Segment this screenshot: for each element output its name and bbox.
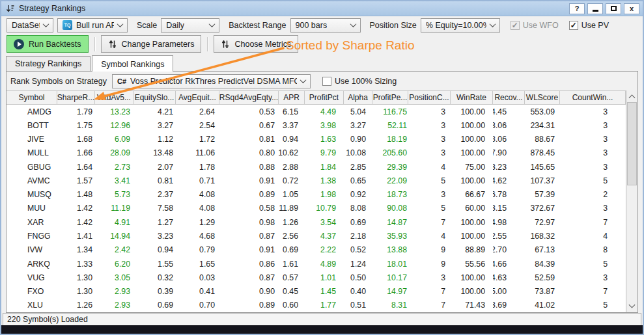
toolbar-separator (207, 37, 208, 51)
column-header-winrate[interactable]: WinRate (451, 91, 493, 104)
use-100-sizing-checkbox[interactable]: Use 100% Sizing (322, 77, 397, 86)
cell-positionc: 3 (408, 188, 451, 202)
column-header-profitpct[interactable]: ProfitPct (305, 91, 344, 104)
rankings-table: SymbolSharpeR...WtdAv5...EquitySlo...Avg… (7, 90, 626, 312)
cell-countwin: 4 (560, 229, 626, 243)
cell-sharper: 1.66 (57, 146, 95, 160)
table-row[interactable]: AMDG1.7913.234.212.640.536.154.495.04116… (7, 105, 626, 118)
cell-symbol: MULL (7, 146, 57, 160)
tab-bar: Strategy RankingsSymbol Rankings (1, 54, 643, 71)
cell-equityslo: 0.94 (133, 243, 176, 257)
sliders-icon (108, 40, 117, 49)
choose-metrics-button[interactable]: Choose Metrics (214, 35, 298, 53)
change-parameters-button[interactable]: Change Parameters (101, 35, 202, 53)
column-header-avgequit[interactable]: AvgEquit... (176, 91, 219, 104)
scrollbar-thumb[interactable] (627, 102, 637, 185)
close-button[interactable]: x (624, 3, 639, 14)
cell-alpha: 0.52 (344, 243, 372, 257)
cell-winrate: 66.67 (451, 188, 493, 202)
cell-alpha: 0.92 (344, 188, 372, 202)
cell-apr: 0.57 (279, 271, 305, 284)
cell-wtdav5: 3.41 (95, 174, 133, 187)
cell-wlscore: 234.31 (525, 118, 560, 132)
table-row[interactable]: FXO1.302.930.390.410.900.451.450.4014.97… (7, 284, 626, 298)
scroll-up-button[interactable] (626, 90, 637, 101)
cell-wtdav5: 11.19 (95, 202, 133, 215)
use-wfo-checkbox[interactable]: ✓ Use WFO (511, 21, 559, 30)
table-row[interactable]: XAR1.424.911.271.290.981.263.540.6914.87… (7, 215, 626, 229)
column-header-wlscore[interactable]: WLScore (525, 91, 560, 104)
vertical-scrollbar[interactable] (626, 90, 637, 312)
cell-profitpct: 1.45 (305, 284, 344, 298)
maximize-button[interactable] (606, 3, 621, 14)
table-row[interactable]: VUG1.303.050.320.030.870.571.010.5010.17… (7, 271, 626, 284)
rank-strategy-dropdown[interactable]: C# Voss Predictor RkThres PredictVel DSM… (112, 74, 311, 88)
help-button[interactable]: ? (569, 3, 585, 14)
cell-rsqd4avgeqty: 0.67 (219, 118, 279, 132)
cell-wlscore: 57.39 (525, 188, 560, 202)
position-size-dropdown[interactable]: % Equity=10.00% (421, 18, 500, 33)
column-header-alpha[interactable]: Alpha (344, 91, 372, 104)
cell-profitpe: 18.01 (372, 257, 408, 271)
table-row[interactable]: MUSQ1.485.732.374.080.891.051.980.9218.7… (7, 188, 626, 202)
column-header-profitpe[interactable]: ProfitPe... (372, 91, 408, 104)
table-row[interactable]: XLU1.262.930.690.700.890.601.770.518.317… (7, 299, 626, 312)
cell-profitpct: 1.38 (305, 174, 344, 187)
use-wfo-label: Use WFO (523, 21, 559, 30)
column-header-rsqd4avgeqty[interactable]: RSqd4AvgEqty... (219, 91, 279, 104)
minimize-button[interactable] (587, 3, 603, 14)
cell-positionc: 9 (408, 243, 451, 257)
column-header-equityslo[interactable]: EquitySlo... (133, 91, 176, 104)
cell-apr: 0.60 (279, 299, 305, 312)
cell-wlscore: 52.59 (525, 271, 560, 284)
use-pv-checkbox[interactable]: ✓ Use PV (569, 21, 609, 30)
table-row[interactable]: GBUG1.642.732.071.780.882.881.842.8529.3… (7, 160, 626, 174)
window-title: Strategy Rankings (19, 4, 567, 13)
cell-wtdav5: 4.91 (95, 215, 133, 229)
cell-alpha: 10.08 (344, 146, 372, 160)
cell-sharper: 1.42 (57, 215, 95, 229)
cell-avgequit: 0.79 (176, 243, 219, 257)
table-row[interactable]: ARKQ1.336.201.551.650.861.614.891.2418.0… (7, 257, 626, 271)
cell-winrate: 100.00 (451, 271, 493, 284)
column-header-apr[interactable]: APR (279, 91, 305, 104)
cell-equityslo: 13.48 (133, 146, 176, 160)
table-row[interactable]: MUU1.4211.197.584.080.5811.8910.798.0890… (7, 202, 626, 215)
cell-rsqd4avgeqty: 0.87 (219, 229, 279, 243)
scrollbar-track[interactable] (626, 101, 637, 301)
table-row[interactable]: MULL1.6628.0913.4811.060.8010.629.7910.0… (7, 146, 626, 160)
cell-symbol: AVMC (7, 174, 57, 187)
tab-symbol-rankings[interactable]: Symbol Rankings (92, 55, 173, 72)
strategy-set-dropdown[interactable]: TQ Bull run APR, (57, 18, 128, 33)
cell-rsqd4avgeqty: 0.91 (219, 174, 279, 187)
cell-alpha: 3.27 (344, 118, 372, 132)
tab-strategy-rankings[interactable]: Strategy Rankings (6, 56, 91, 71)
column-header-recov[interactable]: Recov... (493, 91, 525, 104)
cell-rsqd4avgeqty: 0.53 (219, 105, 279, 118)
scroll-down-button[interactable] (626, 301, 637, 312)
backtest-range-dropdown[interactable]: 900 bars (290, 18, 361, 33)
table-row[interactable]: BOTT1.7512.963.272.540.673.373.983.2752.… (7, 118, 626, 132)
strategy-set-value: Bull run APR, (76, 21, 114, 30)
column-header-countwin[interactable]: CountWin... (560, 91, 626, 104)
cell-countwin: 5 (560, 257, 626, 271)
scale-dropdown[interactable]: Daily (161, 18, 219, 33)
cell-symbol: VUG (7, 271, 57, 284)
table-row[interactable]: IVW1.342.420.940.790.910.692.220.5213.88… (7, 243, 626, 257)
column-header-symbol[interactable]: Symbol (7, 91, 57, 104)
title-bar[interactable]: Strategy Rankings ? x (1, 1, 643, 16)
cell-profitpct: 4.37 (305, 229, 344, 243)
run-backtests-button[interactable]: Run Backtests (7, 35, 89, 53)
dataset-dropdown-label: DataSet (12, 21, 40, 30)
table-row[interactable]: JIVE1.686.091.121.720.810.941.630.9018.1… (7, 133, 626, 146)
column-header-wtdav5[interactable]: WtdAv5... (95, 91, 133, 104)
table-row[interactable]: FNGG1.4114.943.234.680.872.564.372.1835.… (7, 229, 626, 243)
cell-apr: 0.94 (279, 133, 305, 146)
cell-positionc: 5 (408, 174, 451, 187)
cell-countwin: 3 (560, 160, 626, 174)
column-header-sharper[interactable]: SharpeR... (57, 91, 95, 104)
table-row[interactable]: AVMC1.573.410.810.710.910.721.380.6522.0… (7, 174, 626, 187)
cell-profitpct: 10.79 (305, 202, 344, 215)
dataset-dropdown[interactable]: DataSet (7, 18, 53, 33)
column-header-positionc[interactable]: PositionC... (408, 91, 451, 104)
